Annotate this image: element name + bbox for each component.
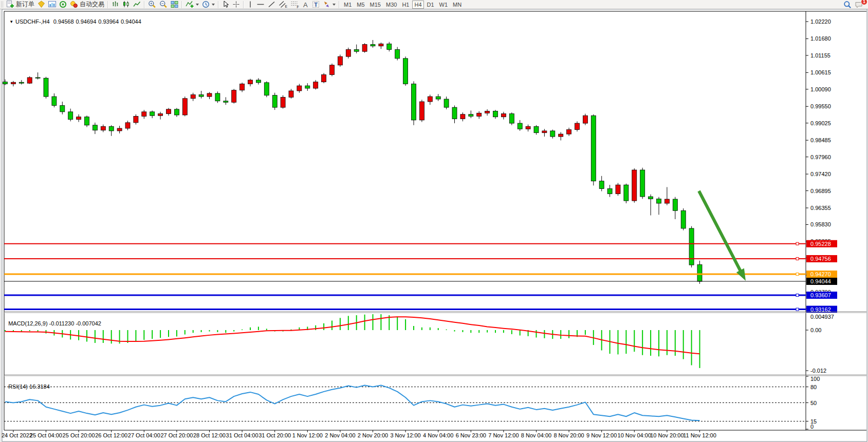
hline-price-label: 0.95228: [810, 241, 831, 247]
candle: [436, 97, 440, 99]
toolbar-separator: [339, 1, 340, 8]
timeframe-h4[interactable]: H4: [412, 1, 423, 9]
candlestick-icon: [122, 1, 130, 8]
candle: [469, 114, 473, 117]
candle: [509, 114, 514, 124]
search-button[interactable]: [842, 1, 853, 9]
signals-button[interactable]: [58, 1, 68, 9]
notifications-button[interactable]: 1: [853, 1, 865, 9]
timeframe-m5[interactable]: M5: [355, 1, 366, 9]
arrows-tool-button[interactable]: [321, 1, 337, 9]
macd-values: -0.011230 -0.007042: [49, 320, 101, 326]
text-tool-button[interactable]: A: [301, 1, 310, 9]
candle: [125, 123, 130, 128]
candle: [550, 131, 555, 137]
toolbar-separator: [181, 1, 182, 8]
crosshair-tool-button[interactable]: [231, 1, 242, 9]
candle: [85, 117, 89, 125]
candle: [272, 95, 277, 108]
timeframe-mn[interactable]: MN: [451, 1, 464, 9]
periods-button[interactable]: [200, 1, 216, 9]
vline-tool-button[interactable]: [246, 1, 255, 9]
price-tick-label: 1.01155: [810, 52, 830, 59]
profile-button[interactable]: [36, 1, 47, 9]
hline-anchor[interactable]: [796, 257, 799, 260]
zoom-out-button[interactable]: [158, 1, 169, 9]
trendline-tool-button[interactable]: [266, 1, 277, 9]
time-label: 2 Nov 20:00: [358, 432, 388, 438]
timeframe-h1[interactable]: H1: [400, 1, 411, 9]
toolbar-separator: [243, 1, 244, 8]
autotrade-icon: [70, 1, 78, 8]
candle: [27, 78, 32, 83]
candle: [256, 80, 261, 83]
indicators-button[interactable]: [184, 1, 200, 9]
candle: [330, 65, 335, 75]
candle: [395, 50, 400, 59]
candle: [167, 109, 171, 114]
candle-chart-mode-button[interactable]: [121, 1, 132, 9]
new-order-button[interactable]: 新订单: [5, 1, 36, 9]
candle: [697, 265, 702, 281]
hline-tool-button[interactable]: [255, 1, 266, 9]
autotrade-button[interactable]: 自动交易: [68, 1, 106, 9]
symbol-dropdown-icon[interactable]: ▼: [9, 20, 13, 24]
price-tick-label: 0.96895: [810, 188, 831, 194]
cursor-tool-button[interactable]: [220, 1, 231, 9]
candle: [428, 97, 432, 102]
time-label: 6 Nov 23:00: [456, 432, 486, 438]
new-order-icon: [6, 1, 14, 8]
candle: [534, 126, 539, 132]
candle: [493, 111, 498, 117]
toolbar-separator: [218, 1, 219, 8]
time-label: 31 Oct 04:00: [226, 432, 258, 438]
toolbar-grip[interactable]: [1, 1, 4, 8]
chart-header[interactable]: ▼USDCHF-,H4 0.945680.946940.939640.94044: [6, 12, 143, 25]
candle: [44, 78, 48, 97]
candle: [649, 197, 653, 199]
chart-canvas[interactable]: 1.022201.016801.011551.006151.000900.995…: [0, 0, 868, 442]
price-tick-label: 1.00615: [810, 69, 831, 75]
zoom-in-button[interactable]: [146, 1, 158, 9]
search-icon: [843, 1, 852, 9]
timeframe-m1[interactable]: M1: [342, 1, 354, 9]
timeframe-w1[interactable]: W1: [437, 1, 450, 9]
market-watch-button[interactable]: [47, 1, 58, 9]
hline-anchor[interactable]: [796, 308, 799, 311]
hline-anchor[interactable]: [796, 242, 799, 245]
candle: [19, 82, 24, 83]
main-toolbar: 新订单 自动交易: [0, 0, 868, 9]
candle: [689, 228, 694, 265]
candle: [117, 128, 122, 131]
hline-anchor[interactable]: [796, 273, 799, 276]
arrows-icon: [323, 1, 330, 8]
candle: [403, 59, 408, 84]
hline-anchor[interactable]: [796, 294, 799, 297]
line-chart-mode-button[interactable]: [132, 1, 142, 9]
candle: [52, 97, 57, 105]
label-tool-button[interactable]: T: [310, 1, 321, 9]
caret-down-icon: [212, 4, 215, 6]
timeframe-d1[interactable]: D1: [425, 1, 436, 9]
candle: [297, 86, 302, 91]
time-label: 10 Nov 20:00: [650, 432, 684, 438]
fibonacci-tool-button[interactable]: F: [289, 1, 301, 9]
candle: [599, 181, 604, 189]
time-label: 7 Nov 12:00: [488, 432, 519, 438]
tile-windows-button[interactable]: [169, 1, 180, 9]
time-label: 26 Oct 12:00: [95, 432, 127, 438]
new-order-label: 新订单: [16, 0, 34, 9]
bar-chart-mode-button[interactable]: [110, 1, 121, 9]
signal-icon: [59, 1, 67, 8]
chart-symbol: USDCHF-,H4: [15, 18, 50, 25]
candle: [501, 114, 506, 117]
notification-badge: 1: [861, 0, 867, 5]
ohlc-low: 0.93964: [98, 18, 119, 25]
channel-tool-button[interactable]: E: [277, 1, 289, 9]
timeframe-m15[interactable]: M15: [368, 1, 383, 9]
candle: [346, 50, 350, 57]
candle: [387, 44, 392, 49]
price-tick-label: 1.00090: [810, 86, 831, 92]
candle: [77, 117, 81, 120]
timeframe-m30[interactable]: M30: [384, 1, 399, 9]
